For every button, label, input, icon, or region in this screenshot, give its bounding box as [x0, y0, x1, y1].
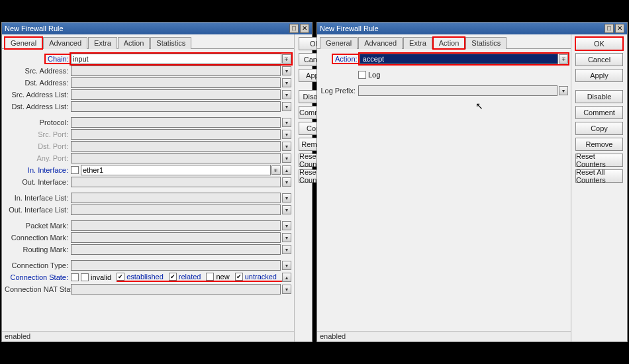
apply-button[interactable]: Apply: [575, 69, 623, 82]
content: General Advanced Extra Action Statistics…: [317, 34, 627, 341]
titlebar[interactable]: New Firewall Rule □ ✕: [317, 23, 627, 34]
tab-advanced[interactable]: Advanced: [43, 37, 87, 49]
connection-state-group: invalid established related new untracke…: [71, 273, 291, 282]
label-dst-address-list: Dst. Address List:: [5, 103, 71, 111]
out-interface-list-input[interactable]: [71, 205, 281, 215]
expand-icon[interactable]: ▾: [282, 90, 291, 99]
out-interface-input[interactable]: [71, 177, 281, 187]
titlebar[interactable]: New Firewall Rule □ ✕: [2, 23, 312, 34]
form: Chain: input∓ Src. Address:▾ Dst. Addres…: [2, 49, 294, 331]
src-address-list-input[interactable]: [71, 89, 281, 100]
related-checkbox[interactable]: [169, 273, 177, 281]
expand-icon[interactable]: ▾: [282, 205, 291, 214]
collapse-icon[interactable]: ▴: [282, 273, 291, 282]
tab-extra[interactable]: Extra: [88, 37, 117, 49]
ok-button[interactable]: OK: [575, 37, 623, 50]
label-dst-address: Dst. Address:: [5, 79, 71, 87]
src-port-input: [71, 129, 281, 140]
dropdown-icon[interactable]: ∓: [271, 165, 281, 175]
label-in-interface: In. Interface:: [5, 166, 71, 174]
label-chain: Chain:: [46, 55, 71, 63]
minimize-icon[interactable]: □: [605, 24, 614, 33]
tab-action[interactable]: Action: [433, 37, 465, 49]
label-any-port: Any. Port:: [5, 154, 71, 162]
expand-icon[interactable]: ▾: [282, 102, 291, 111]
button-panel: OK Cancel Apply Disable Comment Copy Rem…: [571, 34, 627, 341]
expand-icon[interactable]: ▾: [282, 261, 291, 270]
routing-mark-input[interactable]: [71, 244, 281, 255]
window-firewall-rule-action: New Firewall Rule □ ✕ General Advanced E…: [316, 22, 628, 342]
log-prefix-input[interactable]: [358, 85, 557, 96]
label-src-port: Src. Port:: [5, 130, 71, 138]
src-address-input[interactable]: [71, 66, 281, 76]
expand-icon[interactable]: ▾: [559, 86, 568, 95]
label-action: Action:: [333, 55, 360, 63]
expand-icon[interactable]: ▾: [282, 154, 291, 163]
protocol-input[interactable]: [71, 117, 281, 128]
action-input[interactable]: accept: [360, 54, 558, 64]
cancel-button[interactable]: Cancel: [575, 53, 623, 66]
expand-icon[interactable]: ▾: [282, 221, 291, 230]
tab-action[interactable]: Action: [118, 37, 150, 49]
minimize-icon[interactable]: □: [289, 24, 299, 33]
expand-icon[interactable]: ▾: [282, 66, 291, 75]
dst-address-input[interactable]: [71, 77, 281, 88]
close-icon[interactable]: ✕: [300, 24, 309, 33]
expand-icon[interactable]: ▾: [282, 245, 291, 254]
tab-bar: General Advanced Extra Action Statistics: [2, 34, 294, 49]
disable-button[interactable]: Disable: [575, 90, 623, 103]
label-connection-type: Connection Type:: [5, 261, 71, 269]
chain-input[interactable]: input: [71, 54, 281, 64]
label-protocol: Protocol:: [5, 118, 71, 126]
action-dropdown-icon[interactable]: ∓: [559, 54, 568, 64]
dst-address-list-input[interactable]: [71, 101, 281, 112]
log-checkbox[interactable]: [358, 71, 366, 79]
new-checkbox[interactable]: [206, 273, 214, 281]
collapse-icon[interactable]: ▴: [282, 165, 291, 175]
expand-icon[interactable]: ▾: [282, 233, 291, 242]
label-connection-nat-state: Connection NAT State:: [5, 285, 71, 293]
content: General Advanced Extra Action Statistics…: [2, 34, 312, 341]
tab-advanced[interactable]: Advanced: [358, 37, 403, 49]
in-interface-input[interactable]: ether1: [81, 165, 271, 175]
packet-mark-input[interactable]: [71, 220, 281, 231]
label-log: Log: [368, 71, 380, 79]
expand-icon[interactable]: ▾: [282, 285, 291, 294]
label-in-interface-list: In. Interface List:: [5, 194, 71, 202]
invalid-checkbox[interactable]: [81, 273, 89, 281]
tab-extra[interactable]: Extra: [403, 37, 432, 49]
reset-all-counters-button[interactable]: Reset All Counters: [575, 169, 623, 183]
tab-statistics[interactable]: Statistics: [465, 37, 507, 49]
connection-mark-input[interactable]: [71, 232, 281, 243]
connection-type-input[interactable]: [71, 260, 281, 271]
tab-general[interactable]: General: [5, 37, 42, 49]
chain-dropdown-icon[interactable]: ∓: [282, 54, 291, 64]
close-icon[interactable]: ✕: [615, 24, 624, 33]
dst-port-input: [71, 141, 281, 152]
comment-button[interactable]: Comment: [575, 106, 623, 119]
untracked-checkbox[interactable]: [235, 273, 243, 281]
label-out-interface-list: Out. Interface List:: [5, 206, 71, 214]
established-checkbox[interactable]: [117, 273, 124, 281]
label-src-address: Src. Address:: [5, 67, 71, 75]
expand-icon[interactable]: ▾: [282, 130, 291, 139]
expand-icon[interactable]: ▾: [282, 118, 291, 127]
tab-statistics[interactable]: Statistics: [150, 37, 191, 49]
in-interface-list-input[interactable]: [71, 193, 281, 203]
not-checkbox[interactable]: [71, 273, 79, 281]
form: Action: accept∓ Log Log Prefix:▾: [317, 49, 571, 331]
reset-counters-button[interactable]: Reset Counters: [575, 154, 623, 167]
expand-icon[interactable]: ▾: [282, 78, 291, 87]
label-packet-mark: Packet Mark:: [5, 222, 71, 230]
main-panel: General Advanced Extra Action Statistics…: [317, 34, 571, 341]
expand-icon[interactable]: ▾: [282, 142, 291, 151]
connection-nat-state-input[interactable]: [71, 284, 281, 295]
copy-button[interactable]: Copy: [575, 122, 623, 135]
remove-button[interactable]: Remove: [575, 138, 623, 151]
in-interface-not-checkbox[interactable]: [71, 166, 79, 174]
expand-icon[interactable]: ▾: [282, 177, 291, 187]
expand-icon[interactable]: ▾: [282, 193, 291, 203]
tab-general[interactable]: General: [320, 37, 358, 49]
tab-bar: General Advanced Extra Action Statistics: [317, 34, 571, 49]
window-title: New Firewall Rule: [320, 24, 603, 32]
